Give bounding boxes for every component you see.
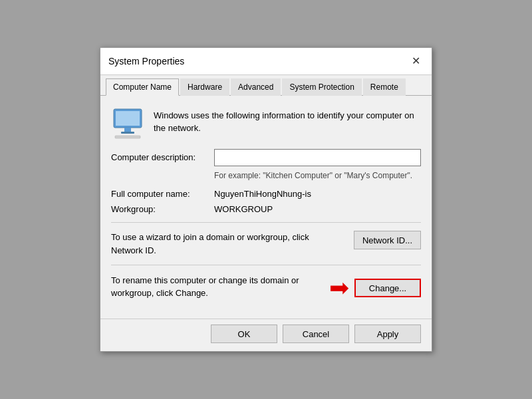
arrow-change-container: ➡ Change...	[329, 276, 421, 300]
computer-icon	[111, 106, 144, 140]
tab-advanced[interactable]: Advanced	[231, 78, 281, 96]
change-text: To rename this computer or change its do…	[111, 274, 329, 300]
workgroup-value: WORKGROUP	[214, 204, 273, 214]
network-id-text: To use a wizard to join a domain or work…	[111, 231, 331, 257]
bottom-buttons: OK Cancel Apply	[100, 319, 432, 351]
svg-rect-1	[116, 111, 140, 126]
example-text: For example: "Kitchen Computer" or "Mary…	[214, 170, 421, 182]
tab-system-protection[interactable]: System Protection	[282, 78, 361, 96]
svg-rect-3	[121, 132, 134, 134]
full-computer-name-value: NguyenThiHongNhung-is	[214, 189, 311, 199]
tab-content: Windows uses the following information t…	[100, 96, 432, 319]
cancel-button[interactable]: Cancel	[283, 325, 349, 343]
change-row: To rename this computer or change its do…	[111, 273, 421, 300]
tab-remote[interactable]: Remote	[363, 78, 406, 96]
network-id-row: To use a wizard to join a domain or work…	[111, 231, 421, 257]
close-button[interactable]: ✕	[408, 53, 424, 69]
svg-rect-2	[124, 128, 131, 132]
tab-bar: Computer Name Hardware Advanced System P…	[100, 75, 432, 96]
change-button[interactable]: Change...	[354, 279, 421, 297]
workgroup-row: Workgroup: WORKGROUP	[111, 204, 421, 214]
computer-description-group: Computer description:	[111, 149, 421, 166]
network-id-button[interactable]: Network ID...	[354, 231, 421, 249]
tab-computer-name[interactable]: Computer Name	[106, 78, 179, 96]
full-computer-name-row: Full computer name: NguyenThiHongNhung-i…	[111, 189, 421, 199]
info-description: Windows uses the following information t…	[154, 106, 421, 135]
ok-button[interactable]: OK	[211, 325, 277, 343]
workgroup-label: Workgroup:	[111, 204, 214, 214]
full-computer-name-label: Full computer name:	[111, 189, 214, 199]
info-row: Windows uses the following information t…	[111, 106, 421, 140]
divider-1	[111, 222, 421, 223]
dialog-title: System Properties	[108, 56, 184, 66]
apply-button[interactable]: Apply	[354, 325, 421, 343]
svg-rect-4	[115, 136, 140, 138]
system-properties-dialog: System Properties ✕ Computer Name Hardwa…	[100, 47, 432, 352]
title-bar: System Properties ✕	[100, 48, 432, 75]
tab-hardware[interactable]: Hardware	[180, 78, 229, 96]
divider-2	[111, 265, 421, 265]
computer-description-input[interactable]	[214, 149, 421, 166]
red-arrow-icon: ➡	[329, 276, 349, 300]
computer-description-label: Computer description:	[111, 152, 214, 162]
